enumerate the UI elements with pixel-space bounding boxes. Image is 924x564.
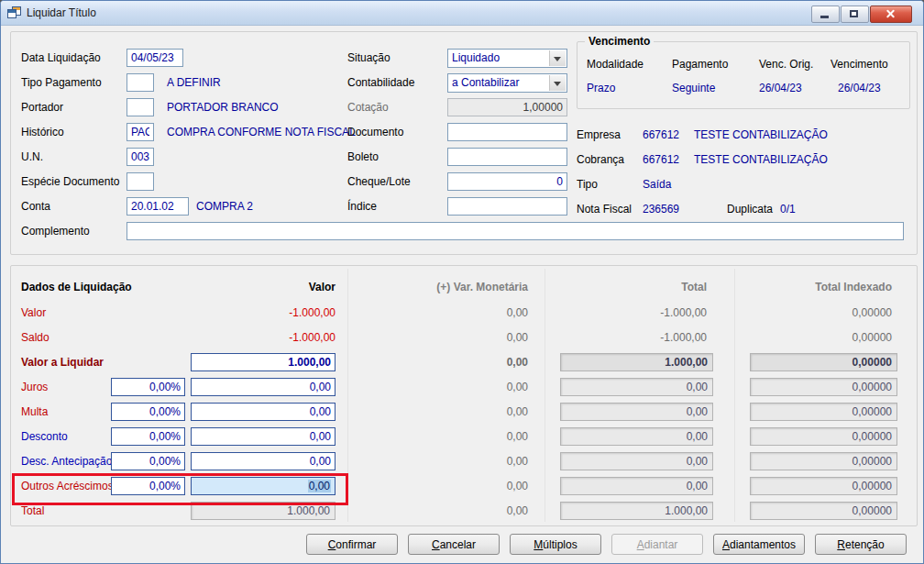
boleto-label: Boleto [347, 148, 379, 166]
row-total-total-box: 1.000,00 [560, 502, 713, 520]
row-desconto-pct-input[interactable] [111, 427, 185, 446]
row-juros-total-box: 0,00 [560, 378, 713, 396]
column-divider [734, 269, 735, 522]
row-total-valor-box: 1.000,00 [191, 502, 336, 520]
row-saldo-indexado: 0,00000 [754, 328, 892, 347]
un-label: U.N. [21, 148, 43, 166]
confirmar-button[interactable]: Confirmar [306, 534, 398, 555]
vencimento-venc-orig-value: 26/04/23 [759, 79, 802, 97]
row-multa-pct-input[interactable] [111, 403, 185, 421]
row-multa-valor-input[interactable] [191, 403, 336, 421]
maximize-button[interactable] [841, 6, 869, 23]
data-liquidacao-label: Data Liquidação [21, 49, 101, 67]
row-valor-a-liquidar-indexado-box: 0,00000 [750, 353, 897, 371]
row-desc-antecipacao-var: 0,00 [418, 452, 528, 470]
grid-header-var-monetaria: (+) Var. Monetária [390, 278, 528, 296]
cobranca-desc: TESTE CONTABILIZAÇÃO [694, 150, 828, 169]
row-desc-antecipacao-pct-input[interactable] [111, 452, 185, 470]
row-valor-var: 0,00 [418, 304, 528, 322]
complemento-label: Complemento [21, 222, 90, 240]
data-liquidacao-input[interactable] [126, 49, 183, 67]
row-desconto-label: Desconto [21, 427, 68, 446]
row-outros-acrescimos-label: Outros Acréscimos [21, 477, 114, 495]
vencimento-modalidade-value: Prazo [587, 79, 615, 97]
row-outros-acrescimos-pct-input[interactable] [111, 477, 185, 495]
row-desconto-indexado-box: 0,00000 [750, 427, 897, 446]
especie-documento-input[interactable] [126, 172, 154, 191]
empresa-desc: TESTE CONTABILIZAÇÃO [694, 126, 828, 144]
grid-header-dados: Dados de Liquidação [21, 278, 132, 296]
cotacao-label: Cotação [347, 98, 389, 116]
historico-input[interactable] [126, 123, 154, 141]
boleto-input[interactable] [447, 148, 567, 166]
cheque-lote-input[interactable] [447, 172, 567, 191]
grid-header-valor: Valor [244, 278, 336, 296]
row-juros-indexado-box: 0,00000 [750, 378, 897, 396]
complemento-input[interactable] [126, 222, 904, 240]
close-button[interactable] [870, 6, 912, 23]
minimize-button[interactable] [811, 6, 840, 23]
row-juros-valor-input[interactable] [191, 378, 336, 396]
conta-label: Conta [21, 197, 50, 216]
especie-documento-label: Espécie Documento [21, 172, 119, 191]
minimize-icon [820, 16, 829, 18]
indice-input[interactable] [447, 197, 567, 216]
vencimento-vencimento-value: 26/04/23 [838, 79, 881, 97]
un-input[interactable] [126, 148, 154, 166]
portador-label: Portador [21, 98, 63, 116]
row-valor-indexado: 0,00000 [754, 304, 892, 322]
row-multa-total-box: 0,00 [560, 403, 713, 421]
situacao-select[interactable]: Liquidado [447, 49, 567, 68]
empresa-code: 667612 [643, 126, 679, 144]
row-outros-acrescimos-var: 0,00 [418, 477, 528, 495]
chevron-down-icon [549, 50, 566, 66]
vencimento-title: Vencimento [585, 35, 654, 48]
cobranca-code: 667612 [643, 150, 679, 169]
row-outros-acrescimos-indexado-box: 0,00000 [750, 477, 897, 495]
retencao-button[interactable]: Retenção [815, 534, 907, 555]
row-valor-a-liquidar-label: Valor a Liquidar [21, 353, 104, 371]
row-saldo-label: Saldo [21, 328, 50, 347]
vencimento-header-venc-orig: Venc. Orig. [759, 55, 813, 73]
tipo-pagamento-input[interactable] [126, 73, 154, 92]
multiplos-button[interactable]: Múltiplos [510, 534, 601, 555]
row-multa-label: Multa [21, 403, 48, 421]
tipo-pagamento-label: Tipo Pagamento [21, 73, 102, 92]
row-outros-acrescimos-total-box: 0,00 [560, 477, 713, 495]
maximize-icon [850, 10, 858, 17]
row-total-label: Total [21, 502, 44, 520]
adiantamentos-button[interactable]: Adiantamentos [713, 534, 805, 555]
row-valor-a-liquidar-input[interactable] [191, 353, 336, 371]
button-row: Confirmar Cancelar Múltiplos Adiantar Ad… [306, 534, 907, 555]
contabilidade-select[interactable]: a Contabilizar [447, 73, 567, 93]
row-outros-acrescimos-valor-input[interactable]: 0,00 [191, 477, 336, 495]
situacao-value: Liquidado [452, 51, 500, 64]
cotacao-input [447, 98, 567, 116]
column-divider [347, 269, 348, 522]
documento-input[interactable] [447, 123, 567, 141]
row-desc-antecipacao-label: Desc. Antecipação [21, 452, 112, 470]
window-title: Liquidar Título [27, 6, 96, 19]
conta-desc: COMPRA 2 [196, 197, 253, 216]
row-saldo-valor: -1.000,00 [198, 328, 336, 347]
conta-input[interactable] [126, 197, 189, 216]
row-total-var: 0,00 [418, 502, 528, 520]
portador-input[interactable] [126, 98, 154, 116]
row-multa-var: 0,00 [418, 403, 528, 421]
cancelar-button[interactable]: Cancelar [408, 534, 500, 555]
row-valor-a-liquidar-total-box: 1.000,00 [560, 353, 713, 371]
row-desconto-valor-input[interactable] [191, 427, 336, 446]
historico-desc: COMPRA CONFORME NOTA FISCAL [167, 123, 356, 141]
row-valor-valor: -1.000,00 [198, 304, 336, 322]
titlebar[interactable]: Liquidar Título [1, 1, 923, 26]
row-saldo-total: -1.000,00 [569, 328, 707, 347]
liquidar-titulo-window: Liquidar Título Data Liquidação Tipo Pag… [0, 0, 924, 564]
grid-header-total: Total [615, 278, 707, 296]
nota-fiscal-value: 236569 [643, 200, 679, 218]
situacao-label: Situação [347, 49, 390, 67]
row-desc-antecipacao-total-box: 0,00 [560, 452, 713, 470]
row-desc-antecipacao-valor-input[interactable] [191, 452, 336, 470]
cobranca-label: Cobrança [577, 150, 624, 169]
duplicata-label: Duplicata [727, 200, 773, 218]
row-juros-pct-input[interactable] [111, 378, 185, 396]
